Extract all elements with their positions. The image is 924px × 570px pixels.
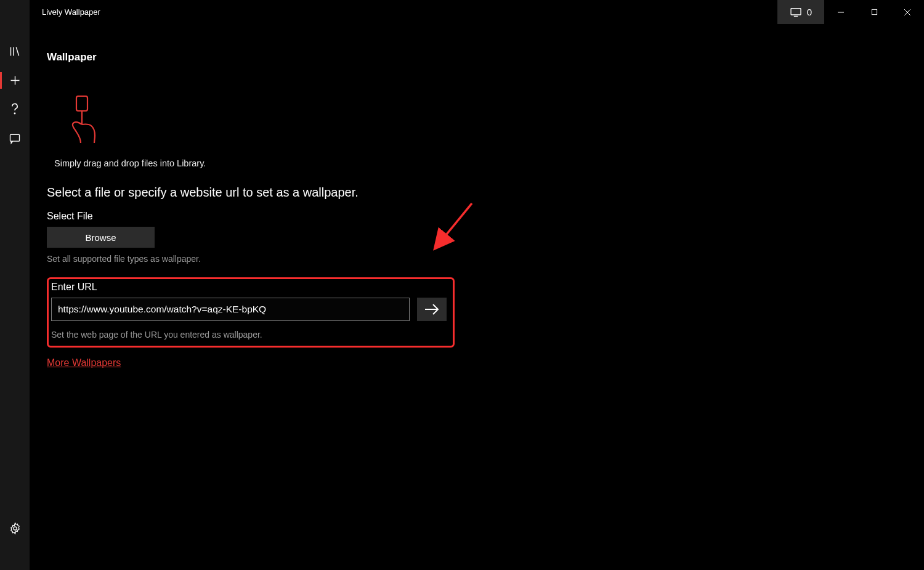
minimize-button[interactable] [824,0,857,24]
sidebar-item-help[interactable] [0,95,30,124]
select-file-label: Select File [47,211,907,222]
arrow-right-icon [424,303,440,316]
drag-hint-text: Simply drag and drop files into Library. [54,158,907,168]
app-title: Lively Wallpaper [42,7,100,17]
url-section-highlight: Enter URL Set the web page of the URL yo… [47,277,455,348]
minimize-icon [837,9,845,16]
sidebar-item-library[interactable] [0,37,30,66]
touch-icon [63,94,106,147]
sidebar [0,0,30,570]
close-button[interactable] [891,0,924,24]
url-go-button[interactable] [417,298,447,321]
more-wallpapers-link[interactable]: More Wallpapers [47,357,121,368]
monitor-icon [790,7,802,17]
svg-point-2 [13,527,16,530]
url-input[interactable] [51,298,410,321]
main-panel: Lively Wallpaper 0 Wallpaper [30,0,924,570]
sidebar-item-settings[interactable] [0,514,30,543]
enter-url-label: Enter URL [51,282,448,293]
plus-icon [9,74,22,87]
url-row [51,298,448,321]
svg-rect-4 [872,9,877,14]
instruction-text: Select a file or specify a website url t… [47,185,907,200]
drag-drop-area[interactable]: Simply drag and drop files into Library. [54,94,907,168]
svg-rect-1 [10,134,20,141]
maximize-button[interactable] [857,0,891,24]
sidebar-item-feedback[interactable] [0,124,30,153]
question-icon [9,102,21,116]
maximize-icon [871,9,878,15]
gear-icon [9,522,22,535]
library-icon [9,45,22,58]
url-hint: Set the web page of the URL you entered … [51,330,448,340]
monitor-count: 0 [807,7,812,17]
svg-rect-5 [76,96,87,111]
monitor-badge[interactable]: 0 [777,0,824,24]
page-title: Wallpaper [47,51,907,63]
svg-point-0 [14,113,15,113]
file-hint: Set all supported file types as wallpape… [47,254,907,264]
titlebar: Lively Wallpaper 0 [30,0,924,24]
close-icon [904,9,911,16]
browse-button[interactable]: Browse [47,227,155,248]
content: Wallpaper Simply drag and drop files int… [30,24,924,570]
svg-rect-3 [791,8,801,14]
feedback-icon [9,132,21,145]
sidebar-item-add[interactable] [0,66,30,95]
